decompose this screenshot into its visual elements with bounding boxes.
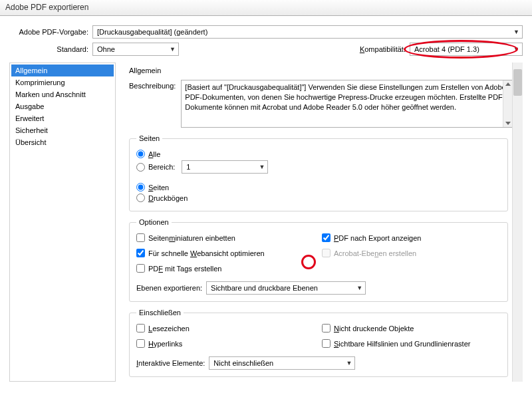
check-bookmarks-label: Lesezeichen bbox=[148, 325, 190, 332]
pages-legend: Seiten bbox=[136, 134, 162, 142]
scrollbar-thumb[interactable] bbox=[513, 69, 522, 96]
chevron-down-icon: ▼ bbox=[513, 29, 519, 35]
check-acrobat-layers-label: Acrobat-Ebenen erstellen bbox=[334, 249, 416, 257]
include-fieldset: Einschließen Lesezeichen Nicht druckende… bbox=[129, 309, 508, 377]
pages-fieldset: Seiten Alle Bereich: 1 ▼ bbox=[129, 134, 508, 211]
chevron-down-icon: ▼ bbox=[513, 46, 519, 53]
radio-spreads[interactable] bbox=[136, 194, 145, 202]
export-layers-combo[interactable]: Sichtbare und druckbare Ebenen ▼ bbox=[206, 281, 366, 295]
radio-all-pages[interactable] bbox=[136, 150, 145, 158]
content-panel: Allgemein Beschreibung: [Basiert auf "[D… bbox=[116, 63, 523, 382]
range-combo[interactable]: 1 ▼ bbox=[182, 160, 268, 174]
check-hyperlinks[interactable] bbox=[136, 339, 145, 348]
window-titlebar: Adobe PDF exportieren bbox=[0, 0, 532, 16]
sidebar-item-ausgabe[interactable]: Ausgabe bbox=[11, 100, 114, 112]
radio-range[interactable] bbox=[136, 163, 145, 172]
section-title-general: Allgemein bbox=[129, 66, 523, 74]
interactive-label: Interaktive Elemente: bbox=[136, 359, 205, 367]
description-text: [Basiert auf "[Druckausgabequalität]"] V… bbox=[185, 83, 505, 111]
check-view-after[interactable] bbox=[322, 233, 331, 242]
include-legend: Einschließen bbox=[136, 309, 184, 317]
chevron-down-icon: ▼ bbox=[346, 360, 352, 366]
export-layers-label: Ebenen exportieren: bbox=[136, 284, 202, 292]
check-thumbnails[interactable] bbox=[136, 233, 145, 242]
check-guides[interactable] bbox=[322, 339, 331, 348]
preset-label: Adobe PDF-Vorgabe: bbox=[9, 28, 92, 36]
sidebar-item-marken[interactable]: Marken und Anschnitt bbox=[11, 88, 114, 100]
radio-range-label: Bereich: bbox=[148, 163, 175, 171]
window-title: Adobe PDF exportieren bbox=[5, 3, 88, 12]
radio-pages-mode[interactable] bbox=[136, 183, 145, 192]
preset-combo[interactable]: [Druckausgabequalität] (geändert) ▼ bbox=[92, 25, 523, 39]
standard-combo[interactable]: Ohne ▼ bbox=[92, 43, 179, 56]
interactive-combo[interactable]: Nicht einschließen ▼ bbox=[209, 356, 355, 370]
export-layers-value: Sichtbare und druckbare Ebenen bbox=[211, 284, 318, 292]
chevron-down-icon: ▼ bbox=[170, 46, 176, 53]
options-fieldset: Optionen Seitenminiaturen einbetten PDF … bbox=[129, 218, 508, 302]
description-label: Beschreibung: bbox=[129, 80, 176, 128]
check-fast-web-label: Für schnelle Webansicht optimieren bbox=[148, 249, 265, 257]
sidebar-item-allgemein[interactable]: Allgemein bbox=[11, 65, 114, 76]
sidebar-item-komprimierung[interactable]: Komprimierung bbox=[11, 76, 114, 88]
sidebar-item-uebersicht[interactable]: Übersicht bbox=[11, 136, 114, 148]
check-bookmarks[interactable] bbox=[136, 324, 145, 332]
standard-value: Ohne bbox=[97, 45, 115, 53]
radio-pages-mode-label: Seiten bbox=[148, 184, 169, 192]
check-guides-label: Sichtbare Hilfslinien und Grundlinienras… bbox=[334, 340, 470, 348]
check-tagged-pdf-label: PDF mit Tags erstellen bbox=[148, 265, 221, 273]
chevron-down-icon: ▼ bbox=[356, 285, 362, 291]
sidebar-item-sicherheit[interactable]: Sicherheit bbox=[11, 124, 114, 136]
description-textarea[interactable]: [Basiert auf "[Druckausgabequalität]"] V… bbox=[181, 80, 513, 128]
check-acrobat-layers bbox=[322, 249, 331, 257]
check-nonprinting-label: Nicht druckende Objekte bbox=[334, 325, 414, 332]
check-thumbnails-label: Seitenminiaturen einbetten bbox=[148, 234, 235, 242]
compatibility-label: Kompatibilität: bbox=[360, 45, 406, 53]
range-value: 1 bbox=[186, 163, 190, 171]
check-view-after-label: PDF nach Export anzeigen bbox=[334, 234, 421, 242]
preset-value: [Druckausgabequalität] (geändert) bbox=[97, 28, 207, 36]
sidebar-item-erweitert[interactable]: Erweitert bbox=[11, 112, 114, 124]
compatibility-combo[interactable]: Acrobat 4 (PDF 1.3) ▼ bbox=[410, 43, 523, 56]
check-nonprinting[interactable] bbox=[322, 324, 331, 332]
chevron-down-icon: ▼ bbox=[259, 164, 265, 170]
options-legend: Optionen bbox=[136, 218, 172, 226]
standard-label: Standard: bbox=[9, 45, 92, 53]
category-sidebar: Allgemein Komprimierung Marken und Ansch… bbox=[9, 63, 116, 382]
dialog-body: Adobe PDF-Vorgabe: [Druckausgabequalität… bbox=[0, 16, 532, 382]
check-tagged-pdf[interactable] bbox=[136, 264, 145, 273]
radio-spreads-label: Druckbögen bbox=[148, 194, 188, 202]
interactive-value: Nicht einschließen bbox=[213, 359, 273, 367]
check-hyperlinks-label: Hyperlinks bbox=[148, 340, 182, 348]
compatibility-value: Acrobat 4 (PDF 1.3) bbox=[414, 45, 479, 53]
check-fast-web[interactable] bbox=[136, 249, 145, 257]
radio-all-label: Alle bbox=[148, 150, 160, 158]
content-scrollbar[interactable] bbox=[512, 63, 523, 382]
